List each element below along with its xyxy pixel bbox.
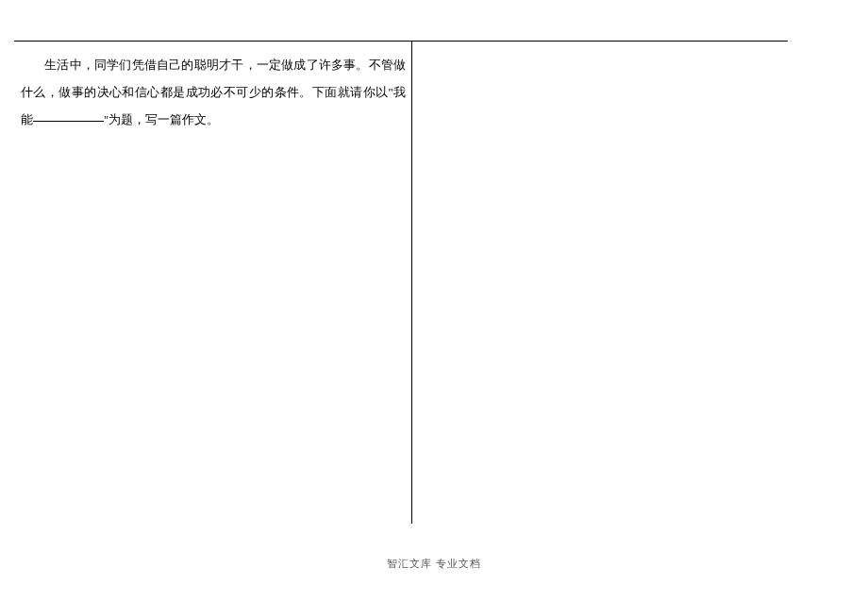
column-divider: [411, 41, 412, 524]
fill-in-blank: [33, 109, 104, 122]
prompt-text-after-blank: "为题，写一篇作文。: [104, 113, 219, 126]
top-horizontal-rule: [14, 41, 788, 42]
footer-text: 智汇文库 专业文档: [387, 558, 481, 569]
essay-prompt-block: 生活中，同学们凭借自己的聪明才干，一定做成了许多事。不管做什么，做事的决心和信心…: [21, 52, 406, 133]
document-page: 生活中，同学们凭借自己的聪明才干，一定做成了许多事。不管做什么，做事的决心和信心…: [0, 0, 868, 601]
page-footer: 智汇文库 专业文档: [0, 557, 868, 571]
